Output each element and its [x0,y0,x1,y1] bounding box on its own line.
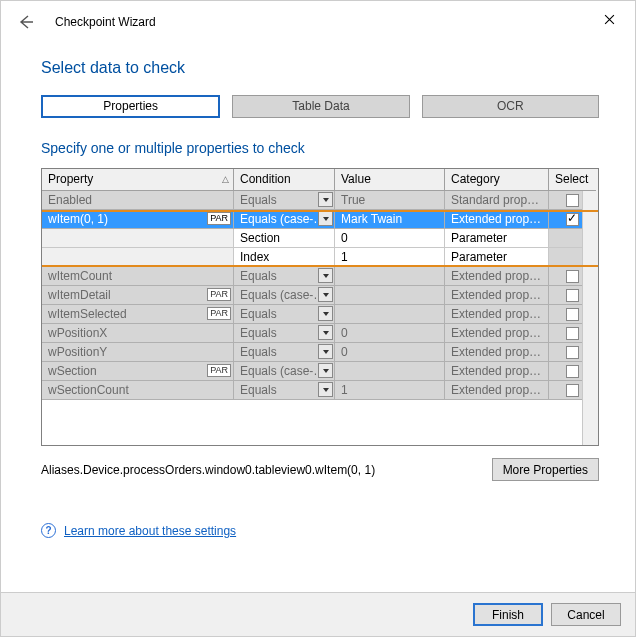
close-button[interactable] [589,5,629,33]
table-row[interactable]: Enabled Equals True Standard property [42,191,598,210]
tab-ocr[interactable]: OCR [422,95,599,118]
help-icon: ? [41,523,56,538]
path-row: Aliases.Device.processOrders.window0.tab… [41,458,599,481]
cell-category: Extended property [445,210,549,229]
dropdown-icon[interactable] [318,268,333,283]
content-area: Select data to check Properties Table Da… [1,43,635,538]
table-row[interactable]: wPositionX Equals 0 Extended property [42,324,598,343]
checkbox-icon[interactable] [566,308,579,321]
cell-condition[interactable]: Equals [234,305,335,324]
column-header-value[interactable]: Value [335,169,445,191]
table-row[interactable]: wItemCount Equals Extended property [42,267,598,286]
dropdown-icon[interactable] [318,363,333,378]
table-row[interactable]: wItemDetailPAR Equals (case-… Extended p… [42,286,598,305]
table-row[interactable]: wSectionPAR Equals (case-… Extended prop… [42,362,598,381]
learn-more-link[interactable]: Learn more about these settings [64,524,236,538]
back-arrow-icon[interactable] [15,11,37,33]
cell-condition[interactable]: Equals (case-… [234,286,335,305]
cell-condition[interactable]: Equals [234,381,335,400]
highlighted-section: wItem(0, 1)PAR Equals (case-… Mark Twain… [42,210,598,267]
cell-category: Extended property [445,305,549,324]
checkbox-icon[interactable] [566,270,579,283]
cell-property: wPositionY [42,343,234,362]
cell-property: wItemDetailPAR [42,286,234,305]
cell-condition[interactable]: Equals (case-… [234,210,335,229]
cell-property: wItemSelectedPAR [42,305,234,324]
cell-condition[interactable]: Equals (case-… [234,362,335,381]
dropdown-icon[interactable] [318,211,333,226]
properties-grid: Property△ Condition Value Category Selec… [41,168,599,446]
cell-value: True [335,191,445,210]
cell-category: Parameter [445,229,549,248]
cell-property-text: wItemDetail [48,288,111,302]
window-title: Checkpoint Wizard [55,15,156,29]
page-heading: Select data to check [41,59,599,77]
cell-category: Parameter [445,248,549,267]
cell-category: Extended property [445,362,549,381]
cell-property-text: wItem(0, 1) [48,212,108,226]
cancel-button[interactable]: Cancel [551,603,621,626]
cell-condition[interactable]: Equals [234,324,335,343]
cell-category: Extended property [445,267,549,286]
cell-value [335,362,445,381]
dropdown-icon[interactable] [318,287,333,302]
table-row-selected[interactable]: wItem(0, 1)PAR Equals (case-… Mark Twain… [42,210,598,229]
cell-condition-text: Equals [240,269,277,283]
cell-value: 1 [335,381,445,400]
cell-condition[interactable]: Equals [234,191,335,210]
cell-property [42,229,234,248]
checkbox-icon[interactable] [566,365,579,378]
table-row-param[interactable]: Section 0 Parameter [42,229,598,248]
cell-value[interactable]: 1 [335,248,445,267]
column-header-select[interactable]: Select [549,169,596,191]
cell-condition[interactable]: Equals [234,267,335,286]
table-row[interactable]: wSectionCount Equals 1 Extended property [42,381,598,400]
more-properties-button[interactable]: More Properties [492,458,599,481]
cell-category: Extended property [445,324,549,343]
cell-value[interactable]: Mark Twain [335,210,445,229]
cell-property: wPositionX [42,324,234,343]
cell-condition-text: Equals [240,345,277,359]
vertical-scrollbar[interactable] [582,191,598,445]
checkbox-icon[interactable] [566,289,579,302]
cell-property: wSectionCount [42,381,234,400]
par-badge: PAR [207,212,231,225]
cell-condition-text: Equals [240,326,277,340]
cell-category: Extended property [445,381,549,400]
cell-value[interactable]: 0 [335,229,445,248]
wizard-window: Checkpoint Wizard Select data to check P… [0,0,636,637]
checkbox-icon[interactable] [566,194,579,207]
checkbox-icon[interactable] [566,327,579,340]
dropdown-icon[interactable] [318,306,333,321]
column-header-property[interactable]: Property△ [42,169,234,191]
dropdown-icon[interactable] [318,192,333,207]
finish-button[interactable]: Finish [473,603,543,626]
cell-condition: Section [234,229,335,248]
checkbox-checked-icon[interactable] [566,213,579,226]
par-badge: PAR [207,364,231,377]
table-row[interactable]: wPositionY Equals 0 Extended property [42,343,598,362]
cell-category: Extended property [445,286,549,305]
tab-table-data[interactable]: Table Data [232,95,409,118]
tab-properties[interactable]: Properties [41,95,220,118]
dropdown-icon[interactable] [318,325,333,340]
checkbox-icon[interactable] [566,384,579,397]
cell-value [335,305,445,324]
column-header-condition[interactable]: Condition [234,169,335,191]
cell-condition-text: Equals (case-… [240,288,325,302]
cell-property: wItem(0, 1)PAR [42,210,234,229]
cell-condition: Index [234,248,335,267]
object-path-label: Aliases.Device.processOrders.window0.tab… [41,463,375,477]
dropdown-icon[interactable] [318,344,333,359]
column-header-category[interactable]: Category [445,169,549,191]
cell-property: wItemCount [42,267,234,286]
help-row: ? Learn more about these settings [41,523,599,538]
table-row-param[interactable]: Index 1 Parameter [42,248,598,267]
cell-value: 0 [335,324,445,343]
dropdown-icon[interactable] [318,382,333,397]
table-row[interactable]: wItemSelectedPAR Equals Extended propert… [42,305,598,324]
cell-category: Extended property [445,343,549,362]
checkbox-icon[interactable] [566,346,579,359]
cell-condition-text: Equals (case-… [240,212,325,226]
cell-condition[interactable]: Equals [234,343,335,362]
